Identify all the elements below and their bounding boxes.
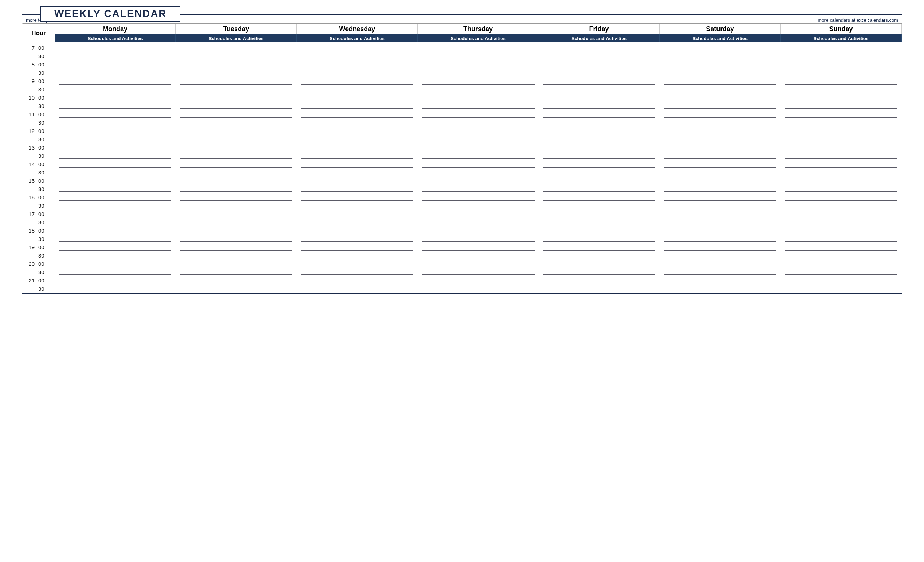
schedule-slot[interactable] [297, 243, 418, 260]
schedule-slot[interactable] [418, 127, 538, 143]
schedule-slot[interactable] [660, 44, 781, 60]
schedule-slot[interactable] [660, 227, 781, 243]
schedule-slot[interactable] [539, 160, 660, 177]
schedule-slot[interactable] [418, 210, 538, 227]
schedule-slot[interactable] [539, 60, 660, 77]
schedule-slot[interactable] [297, 260, 418, 276]
schedule-slot[interactable] [781, 276, 902, 293]
schedule-slot[interactable] [781, 77, 902, 93]
schedule-slot[interactable] [176, 177, 297, 193]
schedule-slot[interactable] [176, 93, 297, 110]
schedule-slot[interactable] [55, 227, 176, 243]
schedule-slot[interactable] [781, 44, 902, 60]
schedule-slot[interactable] [176, 143, 297, 160]
schedule-slot[interactable] [660, 276, 781, 293]
schedule-slot[interactable] [176, 127, 297, 143]
schedule-slot[interactable] [781, 227, 902, 243]
link-calendars[interactable]: more calendars at excelcalendars.com [818, 17, 898, 23]
schedule-slot[interactable] [176, 160, 297, 177]
schedule-slot[interactable] [55, 210, 176, 227]
schedule-slot[interactable] [539, 93, 660, 110]
schedule-slot[interactable] [660, 260, 781, 276]
schedule-slot[interactable] [781, 60, 902, 77]
schedule-slot[interactable] [297, 160, 418, 177]
schedule-slot[interactable] [539, 127, 660, 143]
schedule-slot[interactable] [297, 127, 418, 143]
schedule-slot[interactable] [660, 143, 781, 160]
schedule-slot[interactable] [176, 193, 297, 210]
schedule-slot[interactable] [55, 160, 176, 177]
schedule-slot[interactable] [660, 110, 781, 127]
schedule-slot[interactable] [418, 93, 538, 110]
schedule-slot[interactable] [297, 110, 418, 127]
schedule-slot[interactable] [55, 60, 176, 77]
schedule-slot[interactable] [297, 210, 418, 227]
schedule-slot[interactable] [176, 110, 297, 127]
schedule-slot[interactable] [55, 276, 176, 293]
schedule-slot[interactable] [418, 177, 538, 193]
schedule-slot[interactable] [297, 193, 418, 210]
schedule-slot[interactable] [539, 193, 660, 210]
schedule-slot[interactable] [176, 260, 297, 276]
schedule-slot[interactable] [55, 77, 176, 93]
schedule-slot[interactable] [660, 193, 781, 210]
schedule-slot[interactable] [418, 276, 538, 293]
schedule-slot[interactable] [297, 177, 418, 193]
schedule-slot[interactable] [781, 243, 902, 260]
schedule-slot[interactable] [539, 260, 660, 276]
schedule-slot[interactable] [418, 243, 538, 260]
schedule-slot[interactable] [297, 93, 418, 110]
schedule-slot[interactable] [781, 93, 902, 110]
schedule-slot[interactable] [418, 160, 538, 177]
schedule-slot[interactable] [297, 227, 418, 243]
schedule-slot[interactable] [781, 193, 902, 210]
schedule-slot[interactable] [176, 60, 297, 77]
schedule-slot[interactable] [176, 44, 297, 60]
schedule-slot[interactable] [539, 77, 660, 93]
schedule-slot[interactable] [55, 143, 176, 160]
schedule-slot[interactable] [539, 177, 660, 193]
schedule-slot[interactable] [176, 243, 297, 260]
schedule-slot[interactable] [660, 60, 781, 77]
schedule-slot[interactable] [55, 177, 176, 193]
schedule-slot[interactable] [55, 93, 176, 110]
schedule-slot[interactable] [297, 60, 418, 77]
schedule-slot[interactable] [660, 127, 781, 143]
schedule-slot[interactable] [55, 260, 176, 276]
schedule-slot[interactable] [55, 243, 176, 260]
schedule-slot[interactable] [418, 77, 538, 93]
schedule-slot[interactable] [660, 210, 781, 227]
schedule-slot[interactable] [539, 243, 660, 260]
schedule-slot[interactable] [781, 260, 902, 276]
schedule-slot[interactable] [55, 127, 176, 143]
schedule-slot[interactable] [297, 143, 418, 160]
schedule-slot[interactable] [418, 143, 538, 160]
schedule-slot[interactable] [660, 77, 781, 93]
schedule-slot[interactable] [176, 210, 297, 227]
schedule-slot[interactable] [660, 93, 781, 110]
schedule-slot[interactable] [660, 177, 781, 193]
schedule-slot[interactable] [781, 210, 902, 227]
schedule-slot[interactable] [55, 193, 176, 210]
schedule-slot[interactable] [660, 160, 781, 177]
schedule-slot[interactable] [297, 77, 418, 93]
schedule-slot[interactable] [418, 110, 538, 127]
schedule-slot[interactable] [176, 227, 297, 243]
schedule-slot[interactable] [781, 110, 902, 127]
schedule-slot[interactable] [539, 227, 660, 243]
schedule-slot[interactable] [297, 276, 418, 293]
schedule-slot[interactable] [539, 110, 660, 127]
schedule-slot[interactable] [660, 243, 781, 260]
schedule-slot[interactable] [539, 210, 660, 227]
schedule-slot[interactable] [176, 276, 297, 293]
schedule-slot[interactable] [418, 44, 538, 60]
schedule-slot[interactable] [55, 44, 176, 60]
schedule-slot[interactable] [418, 260, 538, 276]
schedule-slot[interactable] [781, 127, 902, 143]
schedule-slot[interactable] [781, 143, 902, 160]
schedule-slot[interactable] [539, 44, 660, 60]
schedule-slot[interactable] [418, 227, 538, 243]
schedule-slot[interactable] [539, 143, 660, 160]
schedule-slot[interactable] [55, 110, 176, 127]
schedule-slot[interactable] [781, 177, 902, 193]
